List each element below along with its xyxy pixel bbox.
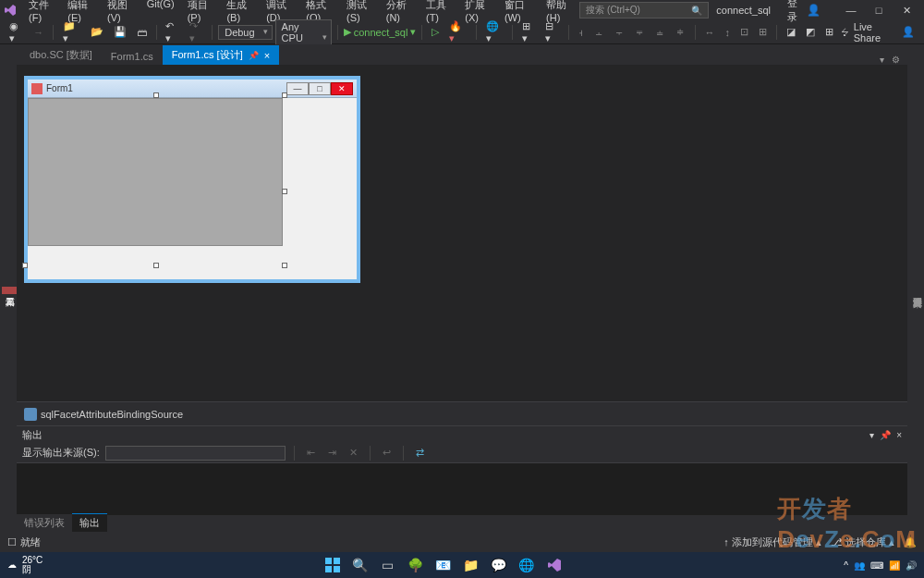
tab-error-list[interactable]: 错误列表 xyxy=(17,514,72,532)
search-icon[interactable]: 🔍 xyxy=(350,555,371,575)
goto-next-button[interactable]: ⇥ xyxy=(324,445,340,461)
hspacing-icon[interactable]: ↔ xyxy=(700,25,718,40)
vspacing-icon[interactable]: ↕ xyxy=(721,25,734,40)
new-project-button[interactable]: 📁 ▾ xyxy=(59,18,84,46)
resize-handle[interactable] xyxy=(282,92,287,98)
output-source-dropdown[interactable] xyxy=(105,446,286,461)
close-button[interactable]: ✕ xyxy=(893,1,920,19)
clear-button[interactable]: ✕ xyxy=(346,445,361,461)
app-explorer-icon[interactable]: 📁 xyxy=(461,555,481,575)
app-edge-icon[interactable]: 🌐 xyxy=(517,555,537,575)
app-mail-icon[interactable]: 📧 xyxy=(433,555,454,575)
align-right-icon[interactable]: ⫟ xyxy=(611,25,628,40)
minimize-button[interactable]: — xyxy=(837,1,865,19)
datagridview-control[interactable] xyxy=(28,98,283,246)
resize-handle[interactable] xyxy=(153,263,159,268)
align-bot-icon[interactable]: ⫩ xyxy=(672,25,689,40)
add-to-source-control[interactable]: ↑ 添加到源代码管理 ▴ xyxy=(723,535,821,549)
start-without-debug-button[interactable]: ▷ xyxy=(428,24,443,40)
browse-button[interactable]: 🌐 ▾ xyxy=(482,18,507,46)
select-repo[interactable]: ⎇ 选择仓库 ▴ xyxy=(831,535,894,549)
menu-file[interactable]: 文件(F) xyxy=(22,0,61,26)
svg-rect-3 xyxy=(334,566,340,572)
pin-icon[interactable]: 📌 xyxy=(249,51,259,60)
binding-source-icon[interactable] xyxy=(24,408,37,421)
grid-icon[interactable]: ⊞ xyxy=(755,24,771,40)
maximize-button[interactable]: □ xyxy=(865,1,893,19)
redo-button[interactable]: ↷ ▾ xyxy=(186,18,207,46)
tab-settings-button[interactable]: ⚙ xyxy=(892,55,900,65)
notifications-button[interactable]: 🔔 xyxy=(904,536,917,548)
menu-test[interactable]: 测试(S) xyxy=(340,0,380,26)
forms-designer[interactable]: Form1 — □ ✕ xyxy=(17,65,907,401)
resize-handle[interactable] xyxy=(282,189,287,194)
nav-back-button[interactable]: ◉ ▾ xyxy=(6,18,27,46)
live-share-button[interactable]: ⭍ Live Share xyxy=(840,21,890,43)
output-text[interactable] xyxy=(17,463,907,515)
size-icon[interactable]: ⊡ xyxy=(736,24,752,40)
panel-close-button[interactable]: × xyxy=(896,430,902,440)
taskbar-weather[interactable]: ☁ 26°C 阴 xyxy=(7,556,43,574)
tab-output[interactable]: 输出 xyxy=(72,513,107,532)
tray-network-icon[interactable]: 📶 xyxy=(889,560,900,571)
form-body[interactable] xyxy=(28,98,357,279)
layout-button[interactable]: ⊞ ▾ xyxy=(518,18,540,46)
resize-handle[interactable] xyxy=(22,263,28,268)
undo-button[interactable]: ↶ ▾ xyxy=(162,18,183,46)
panel-pin-button[interactable]: 📌 xyxy=(880,430,891,440)
global-search-input[interactable]: 搜索 (Ctrl+Q) 🔍 xyxy=(579,2,709,18)
sidebar-tab-solution-explorer[interactable]: 解决方案资源管理器 xyxy=(909,287,924,294)
menu-analyze[interactable]: 分析(N) xyxy=(380,0,419,26)
platform-dropdown[interactable]: Any CPU xyxy=(275,19,332,45)
form-max-button: □ xyxy=(309,82,331,95)
align-center-icon[interactable]: ⫠ xyxy=(590,25,608,40)
resize-handle[interactable] xyxy=(153,92,159,98)
form-preview[interactable]: Form1 — □ ✕ xyxy=(24,76,360,283)
align-button[interactable]: ⊟ ▾ xyxy=(541,18,563,46)
wrap-button[interactable]: ↩ xyxy=(379,445,395,461)
save-all-button[interactable]: 🗃 xyxy=(133,25,151,40)
app-vs-icon[interactable] xyxy=(544,555,565,575)
start-debug-button[interactable]: ▶ connect_sql ▾ xyxy=(344,26,417,38)
tab-dbo-sc[interactable]: dbo.SC [数据] xyxy=(20,45,102,65)
system-tray[interactable]: ^ 👥 ⌨ 📶 🔊 xyxy=(844,560,917,571)
menu-view[interactable]: 视图(V) xyxy=(101,0,140,26)
hot-reload-button[interactable]: 🔥 ▾ xyxy=(445,18,470,46)
menu-build[interactable]: 生成(B) xyxy=(220,0,260,26)
goto-prev-button[interactable]: ⇤ xyxy=(303,445,319,461)
liveshare-label: Live Share xyxy=(854,21,890,43)
tray-chevron-icon[interactable]: ^ xyxy=(844,560,848,571)
account-icon[interactable]: 👤 xyxy=(807,4,821,17)
tab-dropdown-button[interactable]: ▾ xyxy=(880,55,884,65)
tab-form1-cs[interactable]: Form1.cs xyxy=(102,48,163,65)
app-tree-icon[interactable]: 🌳 xyxy=(406,555,426,575)
bring-front-button[interactable]: ◪ xyxy=(783,24,799,40)
align-mid-icon[interactable]: ⫨ xyxy=(651,25,669,40)
resize-handle[interactable] xyxy=(282,263,287,268)
open-file-button[interactable]: 📂 xyxy=(87,24,107,40)
component-label[interactable]: sqlFacetAttributeBindingSource xyxy=(41,409,183,420)
tray-volume-icon[interactable]: 🔊 xyxy=(906,560,917,571)
align-top-icon[interactable]: ⫧ xyxy=(631,25,649,40)
sign-in-button[interactable]: 登录 xyxy=(787,0,797,24)
tab-form1-design[interactable]: Form1.cs [设计] 📌 × xyxy=(163,45,279,65)
tray-input-icon[interactable]: ⌨ xyxy=(870,560,883,571)
nav-fwd-button[interactable]: → xyxy=(30,25,47,40)
taskview-icon[interactable]: ▭ xyxy=(378,555,398,575)
form-close-button: ✕ xyxy=(331,82,353,95)
sidebar-tab-toolbox[interactable]: 工具箱 xyxy=(2,287,17,294)
tab-order-button[interactable]: ⊞ xyxy=(821,24,837,40)
start-button[interactable] xyxy=(322,555,343,575)
svg-rect-0 xyxy=(325,558,332,564)
left-tool-strip: 工具箱 SQL Server 对象资源管理器 xyxy=(0,44,17,532)
send-back-button[interactable]: ◩ xyxy=(802,24,819,40)
close-icon[interactable]: × xyxy=(264,50,270,61)
feedback-button[interactable]: 👤 xyxy=(898,24,918,40)
app-wechat-icon[interactable]: 💬 xyxy=(489,555,509,575)
panel-dropdown-button[interactable]: ▾ xyxy=(869,430,874,440)
save-button[interactable]: 💾 xyxy=(110,24,130,40)
tray-people-icon[interactable]: 👥 xyxy=(854,560,865,571)
config-dropdown[interactable]: Debug xyxy=(218,25,272,40)
align-left-icon[interactable]: ⫞ xyxy=(575,25,588,40)
output-settings-button[interactable]: ⇄ xyxy=(412,445,428,461)
